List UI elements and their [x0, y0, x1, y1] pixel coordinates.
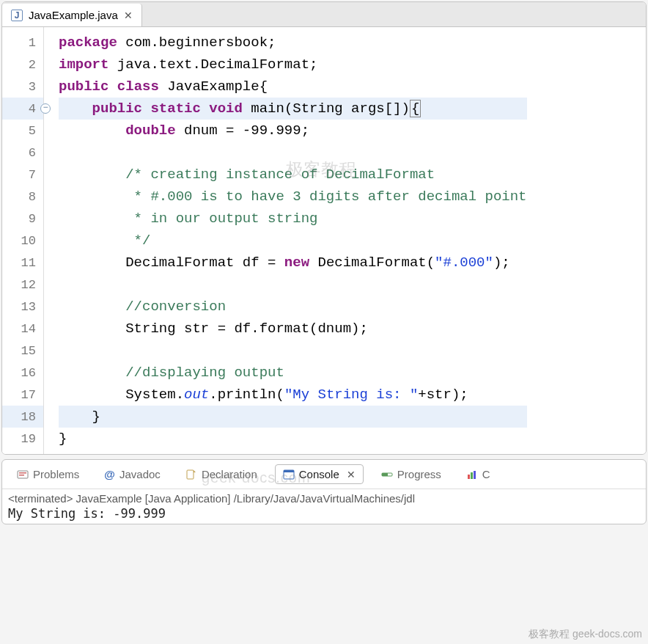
line-number: 7	[2, 164, 43, 186]
code-line[interactable]	[59, 274, 527, 296]
line-number: 4−	[2, 98, 43, 120]
console-icon	[283, 469, 295, 480]
code-line[interactable]: */	[59, 230, 527, 252]
code-line[interactable]: * #.000 is to have 3 digits after decima…	[59, 186, 527, 208]
tab-declaration-label: Declaration	[202, 468, 257, 480]
bottom-tab-bar: Problems @ Javadoc Declaration Console ✕…	[2, 460, 646, 489]
line-number: 3	[2, 76, 43, 98]
line-number: 11	[2, 252, 43, 274]
tab-javadoc[interactable]: @ Javadoc	[97, 465, 168, 483]
coverage-icon	[466, 469, 478, 480]
line-number: 6	[2, 142, 43, 164]
java-file-icon: J	[11, 10, 23, 21]
line-number: 19	[2, 428, 43, 450]
fold-toggle-icon[interactable]: −	[40, 103, 51, 114]
line-number: 2	[2, 54, 43, 76]
svg-rect-5	[284, 470, 294, 472]
watermark-text: 极客教程 geek-docs.com	[529, 628, 642, 641]
line-number: 9	[2, 208, 43, 230]
declaration-icon	[185, 469, 197, 480]
code-line[interactable]: import java.text.DecimalFormat;	[59, 54, 527, 76]
line-number: 18	[2, 406, 43, 428]
tab-console-label: Console	[299, 468, 339, 480]
line-number: 14	[2, 318, 43, 340]
console-output-line: My String is: -99.999	[8, 506, 640, 521]
code-body[interactable]: package com.beginnersbook;import java.te…	[44, 27, 527, 454]
code-line[interactable]: DecimalFormat df = new DecimalFormat("#.…	[59, 252, 527, 274]
editor-tab[interactable]: J JavaExample.java ✕	[2, 4, 142, 26]
bottom-panel: Problems @ Javadoc Declaration Console ✕…	[1, 459, 647, 524]
console-body[interactable]: <terminated> JavaExample [Java Applicati…	[2, 489, 646, 524]
code-line[interactable]: /* creating instance of DecimalFormat	[59, 164, 527, 186]
code-line[interactable]: //conversion	[59, 296, 527, 318]
line-number-gutter: 1234−5678910111213141516171819	[2, 27, 44, 454]
tab-javadoc-label: Javadoc	[119, 468, 161, 480]
javadoc-icon: @	[104, 468, 115, 480]
close-icon[interactable]: ✕	[347, 469, 356, 480]
code-line[interactable]: double dnum = -99.999;	[59, 120, 527, 142]
code-line[interactable]: //displaying output	[59, 362, 527, 384]
svg-rect-10	[474, 471, 476, 479]
svg-rect-3	[187, 470, 194, 479]
editor-panel: J JavaExample.java ✕ 1234−56789101112131…	[1, 1, 647, 455]
line-number: 10	[2, 230, 43, 252]
tab-extra-label: C	[482, 468, 490, 480]
close-icon[interactable]: ✕	[124, 10, 133, 21]
svg-rect-1	[19, 472, 26, 474]
console-status: <terminated> JavaExample [Java Applicati…	[8, 492, 640, 505]
code-line[interactable]: }	[59, 428, 527, 450]
svg-rect-7	[382, 473, 388, 476]
code-line[interactable]: public class JavaExample{	[59, 76, 527, 98]
line-number: 16	[2, 362, 43, 384]
line-number: 8	[2, 186, 43, 208]
tab-progress-label: Progress	[397, 468, 441, 480]
tab-problems-label: Problems	[33, 468, 79, 480]
svg-rect-2	[19, 475, 24, 476]
svg-rect-8	[468, 475, 470, 479]
code-line[interactable]: public static void main(String args[]){	[59, 98, 527, 120]
tab-extra[interactable]: C	[459, 465, 498, 483]
line-number: 15	[2, 340, 43, 362]
code-line[interactable]: package com.beginnersbook;	[59, 32, 527, 54]
svg-rect-9	[471, 472, 473, 479]
tab-console[interactable]: Console ✕	[275, 464, 364, 484]
tab-declaration[interactable]: Declaration	[178, 465, 265, 483]
line-number: 5	[2, 120, 43, 142]
editor-tab-label: JavaExample.java	[29, 9, 118, 21]
problems-icon	[17, 469, 29, 480]
code-line[interactable]	[59, 142, 527, 164]
line-number: 1	[2, 32, 43, 54]
code-editor[interactable]: 1234−5678910111213141516171819 package c…	[2, 27, 646, 454]
progress-icon	[381, 469, 393, 480]
code-line[interactable]: }	[59, 406, 527, 428]
line-number: 13	[2, 296, 43, 318]
code-line[interactable]: * in our output string	[59, 208, 527, 230]
line-number: 12	[2, 274, 43, 296]
code-line[interactable]: System.out.println("My String is: "+str)…	[59, 384, 527, 406]
code-line[interactable]: String str = df.format(dnum);	[59, 318, 527, 340]
tab-progress[interactable]: Progress	[374, 465, 449, 483]
code-line[interactable]	[59, 340, 527, 362]
tab-problems[interactable]: Problems	[10, 465, 86, 483]
editor-tab-bar: J JavaExample.java ✕	[2, 2, 646, 27]
line-number: 17	[2, 384, 43, 406]
